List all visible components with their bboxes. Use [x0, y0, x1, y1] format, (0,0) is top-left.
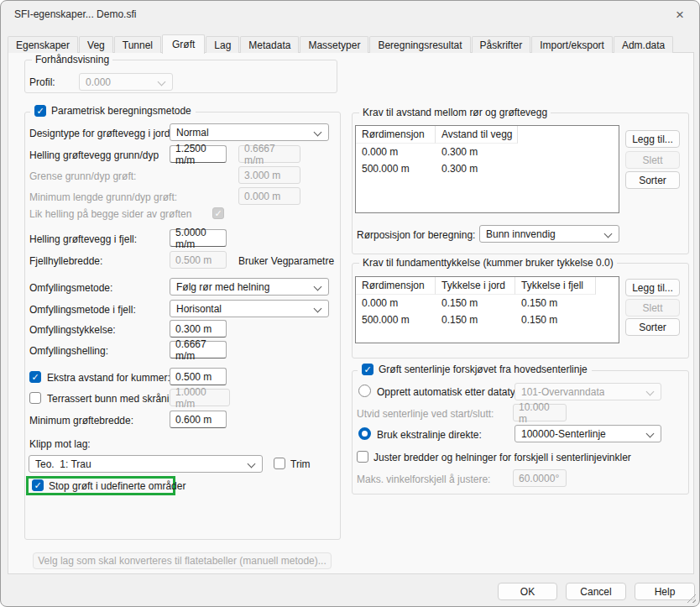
tab-groft[interactable]: Grøft [162, 34, 205, 54]
avstand-sort-button[interactable]: Sorter [625, 171, 680, 189]
maks-vinkel-label: Maks. vinkelforskjell å justere: [357, 474, 490, 485]
fundament-sort-button[interactable]: Sorter [625, 318, 680, 336]
tab-strip: Egenskaper Veg Tunnel Grøft Lag Metadata… [8, 34, 692, 53]
omfyllingsmetode-fjell-label: Omfyllingsmetode i fjell: [29, 304, 136, 316]
column-header-filler [518, 126, 619, 144]
omfyllingsmetode-fjell-combobox[interactable]: Horisontal [170, 300, 329, 317]
trim-label: Trim [290, 458, 311, 470]
close-button[interactable]: × [667, 4, 692, 26]
check-icon: ✓ [31, 373, 39, 382]
avstand-add-button[interactable]: Legg til... [625, 130, 680, 148]
stop-groft-checkbox[interactable]: ✓ [32, 479, 44, 491]
table-row[interactable]: 500.000 m 0.150 m 0.150 m [356, 311, 619, 328]
chevron-down-icon [314, 128, 322, 137]
fundament-add-button[interactable]: Legg til... [625, 279, 680, 296]
avstand-table: Rørdimensjon Avstand til vegg 0.000 m 0.… [355, 125, 619, 213]
senterlinje-label: Grøft senterlinje forskjøvet fra hovedse… [379, 364, 588, 375]
check-icon: ✓ [36, 107, 44, 116]
helling-grunn-input[interactable]: 1.2500 m/m [170, 145, 227, 163]
terrassert-label: Terrassert bunn med skråning: [47, 393, 183, 405]
table-cell: 0.300 m [436, 160, 518, 177]
table-cell: 0.000 m [356, 144, 436, 160]
parametrisk-label: Parametrisk beregningsmetode [51, 105, 191, 117]
check-icon: ✓ [34, 481, 41, 490]
table-row[interactable]: 0.000 m 0.300 m [356, 144, 619, 160]
klipp-combobox[interactable]: Teo. 1: Trau [29, 455, 263, 473]
ekstralinje-radio[interactable] [358, 427, 371, 440]
helling-fjell-label: Helling grøftevegg i fjell: [29, 233, 137, 245]
omfyllingshelling-input[interactable]: 0.6667 m/m [170, 341, 227, 358]
group-forhandsvisning-legend: Forhåndsvisning [32, 54, 112, 65]
table-row[interactable]: 500.000 m 0.300 m [356, 160, 619, 177]
tab-metadata[interactable]: Metadata [240, 36, 299, 53]
terrassert-checkbox[interactable] [29, 392, 41, 404]
profil-label: Profil: [29, 76, 55, 88]
table-row[interactable]: 0.000 m 0.150 m 0.150 m [356, 295, 619, 311]
ok-button[interactable]: OK [498, 583, 557, 600]
column-header[interactable]: Avstand til vegg [436, 126, 518, 144]
terrassert-input: 1.0000 m/m [170, 389, 230, 406]
avstand-header-row[interactable]: Rørdimensjon Avstand til vegg [356, 126, 619, 144]
parametrisk-checkbox[interactable]: ✓ [34, 105, 46, 117]
designtype-label: Designtype for grøftevegg i jord: [29, 128, 173, 139]
omfyllingstykkelse-input[interactable]: 0.300 m [170, 320, 227, 338]
fundament-table: Rørdimensjon Tykkelse i jord Tykkelse i … [355, 276, 619, 343]
lik-helling-label: Lik helling på begge sider av grøften [29, 208, 191, 220]
klipp-label: Klipp mot lag: [29, 438, 91, 450]
ekstra-avstand-checkbox[interactable]: ✓ [29, 371, 41, 383]
group-avstand-legend: Krav til avstand mellom rør og grøfteveg… [359, 107, 551, 118]
tab-paskrifter[interactable]: Påskrifter [472, 36, 531, 53]
helling-grunn-secondary-input: 0.6667 m/m [238, 145, 300, 163]
table-cell: 0.000 m [356, 295, 436, 311]
close-icon: × [676, 7, 684, 24]
trim-checkbox[interactable] [274, 458, 285, 469]
profil-combobox: 0.000 [79, 73, 173, 91]
designtype-combobox[interactable]: Normal [170, 123, 329, 141]
rorposisjon-combobox[interactable]: Bunn innvendig [479, 225, 619, 243]
column-header[interactable]: Tykkelse i fjell [515, 277, 596, 295]
tab-adm-data[interactable]: Adm.data [614, 36, 673, 53]
help-button[interactable]: Help [635, 583, 695, 600]
chevron-down-icon [248, 460, 256, 468]
column-header[interactable]: Tykkelse i jord [436, 277, 515, 295]
helling-fjell-input[interactable]: 5.0000 m/m [170, 229, 227, 247]
senterlinje-checkbox[interactable]: ✓ [362, 364, 374, 375]
table-cell: 500.000 m [356, 160, 436, 177]
tab-veg[interactable]: Veg [79, 36, 113, 53]
fjellhylle-note: Bruker Vegparametre [238, 255, 334, 267]
avstand-delete-button: Slett [625, 151, 680, 169]
chevron-down-icon [158, 78, 166, 86]
tab-massetyper[interactable]: Massetyper [300, 36, 368, 53]
tab-lag[interactable]: Lag [206, 36, 239, 53]
stop-groft-label: Stop grøft i udefinerte områder [49, 480, 185, 492]
omfyllingshelling-label: Omfyllingshelling: [29, 345, 108, 357]
min-bredde-input[interactable]: 0.600 m [170, 411, 227, 428]
ekstra-avstand-input[interactable]: 0.500 m [170, 368, 227, 385]
ekstralinje-combobox[interactable]: 100000-Senterlinje [515, 425, 661, 442]
auto-datatype-label: Opprett automatisk etter datatype: [377, 386, 529, 398]
tab-import-eksport[interactable]: Import/eksport [531, 36, 613, 53]
column-header[interactable]: Rørdimensjon [356, 126, 436, 144]
check-icon: ✓ [214, 209, 222, 218]
fundament-delete-button: Slett [625, 299, 680, 317]
column-header[interactable]: Rørdimensjon [356, 277, 436, 295]
omfyllingsmetode-combobox[interactable]: Følg rør med helning [170, 278, 329, 296]
ekstra-avstand-label: Ekstra avstand for kummer: [47, 372, 170, 384]
utvid-input: 10.000 m [513, 404, 567, 421]
juster-checkbox[interactable] [357, 451, 368, 463]
tab-beregningsresultat[interactable]: Beregningsresultat [369, 36, 470, 53]
tab-tunnel[interactable]: Tunnel [114, 36, 161, 53]
fundament-header-row[interactable]: Rørdimensjon Tykkelse i jord Tykkelse i … [356, 277, 619, 295]
group-senterlinje-header: ✓ Grøft senterlinje forskjøvet fra hoved… [358, 364, 592, 375]
group-fundament-legend: Krav til fundamenttykkelse (kummer bruke… [359, 257, 617, 269]
auto-datatype-combobox: 101-Overvanndata [515, 383, 661, 400]
table-cell: 0.150 m [515, 295, 596, 311]
table-cell: 0.150 m [515, 311, 596, 328]
tab-egenskaper[interactable]: Egenskaper [8, 36, 78, 53]
cancel-button[interactable]: Cancel [566, 583, 626, 600]
chevron-down-icon [604, 230, 613, 238]
window-title: SFI-egenskaper... Demo.sfi [14, 8, 136, 20]
table-cell: 0.150 m [436, 311, 515, 328]
auto-datatype-radio[interactable] [358, 385, 371, 397]
chevron-down-icon [646, 430, 655, 438]
